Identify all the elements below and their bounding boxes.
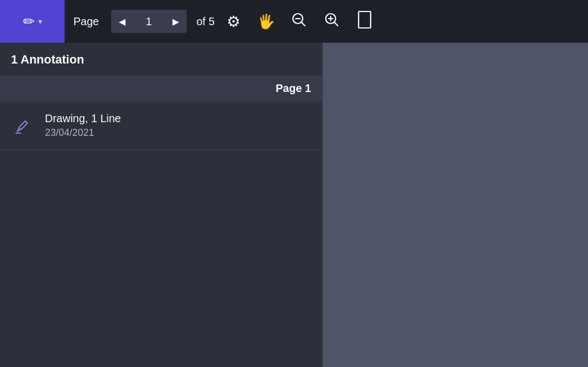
sidebar: 1 Annotation Page 1 Drawing, 1 Line 23/0 — [0, 43, 323, 367]
svg-line-2 — [302, 22, 305, 26]
brand-dropdown-arrow: ▾ — [38, 17, 42, 26]
svg-line-6 — [335, 22, 338, 26]
toolbar: ✏ ▾ Page ◀ ▶ of 5 ⚙ 🖐 — [0, 0, 588, 43]
annotation-item[interactable]: Drawing, 1 Line 23/04/2021 — [0, 101, 322, 150]
brand-button[interactable]: ✏ ▾ — [0, 0, 65, 43]
annotation-date: 23/04/2021 — [45, 127, 121, 139]
svg-rect-7 — [359, 12, 371, 28]
view-mode-button[interactable] — [350, 7, 379, 36]
zoom-out-button[interactable] — [285, 7, 313, 36]
pen-icon: ✏ — [23, 13, 35, 30]
main-content: 1 Annotation Page 1 Drawing, 1 Line 23/0 — [0, 43, 588, 367]
pan-tool-button[interactable]: 🖐 — [252, 7, 280, 36]
prev-page-button[interactable]: ◀ — [111, 10, 133, 33]
hand-icon: 🖐 — [257, 13, 275, 30]
sidebar-page-label: Page 1 — [276, 82, 311, 94]
page-number-input[interactable] — [133, 10, 165, 33]
sidebar-section-header: Page 1 — [0, 76, 322, 101]
total-pages: of 5 — [197, 15, 215, 28]
annotation-info: Drawing, 1 Line 23/04/2021 — [45, 112, 121, 139]
zoom-out-icon — [291, 12, 307, 32]
next-page-button[interactable]: ▶ — [165, 10, 187, 33]
page-navigation: ◀ ▶ — [111, 10, 187, 33]
sidebar-header: 1 Annotation — [0, 43, 322, 76]
gear-icon: ⚙ — [227, 13, 240, 31]
drawing-icon — [11, 113, 35, 137]
annotation-name: Drawing, 1 Line — [45, 112, 121, 125]
view-icon — [356, 10, 373, 33]
settings-button[interactable]: ⚙ — [219, 7, 247, 36]
canvas-area[interactable] — [323, 43, 588, 367]
sidebar-title: 1 Annotation — [11, 53, 84, 66]
zoom-in-button[interactable] — [318, 7, 346, 36]
zoom-in-icon — [324, 12, 340, 32]
page-label: Page — [73, 15, 99, 28]
